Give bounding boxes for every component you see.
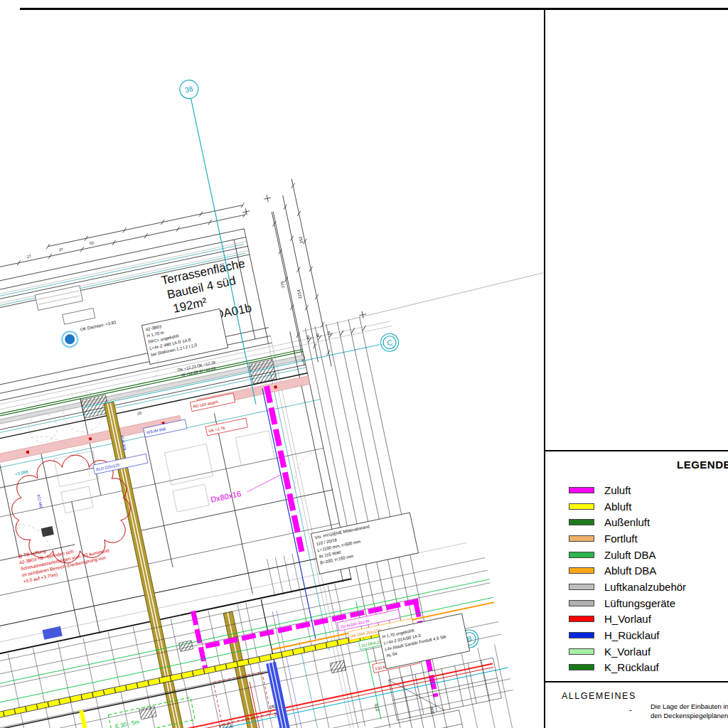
legend-title: LEGENDE	[677, 459, 728, 471]
legend-item: Fortluft	[569, 530, 686, 547]
legend-swatch	[569, 632, 594, 638]
legend-swatch	[569, 519, 594, 525]
legend-item: Zuluft	[569, 482, 686, 498]
legend-item-label: Fortluft	[604, 532, 638, 545]
legend-item: Abluft	[569, 498, 686, 515]
cad-viewport: 124 27 37 55 20 775 1214 152 40 40 55 27…	[0, 0, 728, 728]
legend-item: Abluft DBA	[569, 562, 686, 579]
legend-item-label: Luftkanalzubehör	[604, 581, 686, 593]
legend-swatch	[569, 664, 594, 670]
legend-item-label: Abluft	[604, 500, 631, 513]
legend-swatch	[569, 552, 594, 558]
legend-item: Außenluft	[569, 514, 686, 530]
allgemeines-line-1: Die Lage der Einbauten in	[651, 702, 728, 711]
legend-items: ZuluftAbluftAußenluftFortluftZuluft DBAA…	[569, 482, 686, 675]
legend-item-label: K_Rücklauf	[604, 661, 659, 673]
legend-item-label: H_Rücklauf	[604, 629, 660, 641]
dim-text: 20	[136, 411, 141, 416]
legend-item-label: Abluft DBA	[604, 564, 656, 577]
legend-item: K_Rücklauf	[569, 660, 686, 676]
legend-swatch	[569, 487, 594, 493]
legend-item: H_Vorlauf	[569, 611, 686, 628]
legend-item-label: Zuluft DBA	[604, 549, 656, 561]
legend-item: K_Vorlauf	[569, 643, 686, 660]
legend-item: Zuluft DBA	[569, 547, 686, 563]
legend-item-label: Außenluft	[604, 516, 650, 528]
legend-swatch	[569, 503, 594, 510]
legend-item-label: H_Vorlauf	[604, 613, 651, 625]
dim-text: 27	[26, 254, 31, 259]
allgemeines-bullet: -	[629, 705, 632, 714]
allgemeines-line-2: den Deckenspiegelplänen	[651, 711, 728, 720]
allgemeines-title: ALLGEMEINES	[562, 691, 636, 701]
legend-swatch	[569, 616, 594, 622]
floor-plan-canvas: 124 27 37 55 20 775 1214 152 40 40 55 27…	[0, 10, 543, 728]
legend-swatch	[569, 648, 594, 655]
legend-swatch	[569, 584, 594, 590]
legend-item-label: K_Vorlauf	[604, 646, 651, 658]
legend-item: H_Rücklauf	[569, 627, 686, 643]
dim-text: 55	[89, 240, 94, 245]
legend-item-label: Zuluft	[604, 484, 631, 496]
legend-swatch	[569, 567, 594, 574]
legend-swatch	[569, 535, 594, 542]
legend-item: Lüftungsgeräte	[569, 595, 686, 611]
allgemeines-text: Die Lage der Einbauten in den Deckenspie…	[651, 702, 728, 720]
legend-panel: LEGENDE ZuluftAbluftAußenluftFortluftZul…	[545, 450, 728, 682]
dim-text: 37	[58, 247, 63, 252]
legend-item: Luftkanalzubehör	[569, 579, 686, 595]
legend-swatch	[569, 600, 594, 606]
legend-item-label: Lüftungsgeräte	[604, 597, 675, 609]
allgemeines-panel: ALLGEMEINES - Die Lage der Einbauten in …	[545, 681, 728, 728]
